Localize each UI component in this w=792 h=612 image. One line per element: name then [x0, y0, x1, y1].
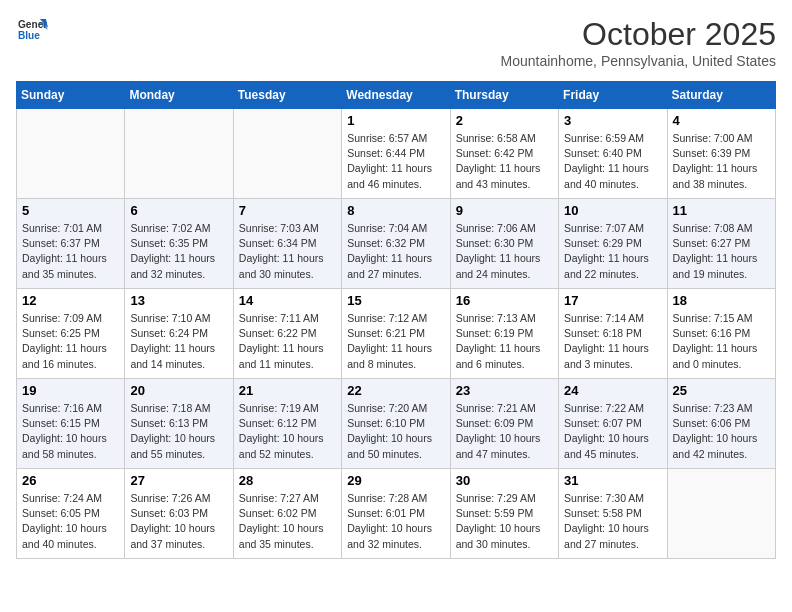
table-row: [125, 109, 233, 199]
day-number: 29: [347, 473, 444, 488]
day-info: Sunrise: 7:21 AM Sunset: 6:09 PM Dayligh…: [456, 401, 553, 462]
table-row: 16Sunrise: 7:13 AM Sunset: 6:19 PM Dayli…: [450, 289, 558, 379]
day-info: Sunrise: 6:59 AM Sunset: 6:40 PM Dayligh…: [564, 131, 661, 192]
table-row: 17Sunrise: 7:14 AM Sunset: 6:18 PM Dayli…: [559, 289, 667, 379]
col-friday: Friday: [559, 82, 667, 109]
day-number: 17: [564, 293, 661, 308]
day-info: Sunrise: 7:26 AM Sunset: 6:03 PM Dayligh…: [130, 491, 227, 552]
day-info: Sunrise: 7:27 AM Sunset: 6:02 PM Dayligh…: [239, 491, 336, 552]
svg-text:Blue: Blue: [18, 30, 40, 41]
table-row: 19Sunrise: 7:16 AM Sunset: 6:15 PM Dayli…: [17, 379, 125, 469]
day-info: Sunrise: 7:03 AM Sunset: 6:34 PM Dayligh…: [239, 221, 336, 282]
table-row: 22Sunrise: 7:20 AM Sunset: 6:10 PM Dayli…: [342, 379, 450, 469]
day-info: Sunrise: 7:24 AM Sunset: 6:05 PM Dayligh…: [22, 491, 119, 552]
day-info: Sunrise: 7:13 AM Sunset: 6:19 PM Dayligh…: [456, 311, 553, 372]
day-number: 19: [22, 383, 119, 398]
day-number: 13: [130, 293, 227, 308]
calendar-table: Sunday Monday Tuesday Wednesday Thursday…: [16, 81, 776, 559]
day-number: 9: [456, 203, 553, 218]
day-number: 20: [130, 383, 227, 398]
col-sunday: Sunday: [17, 82, 125, 109]
day-number: 12: [22, 293, 119, 308]
day-number: 11: [673, 203, 770, 218]
table-row: 31Sunrise: 7:30 AM Sunset: 5:58 PM Dayli…: [559, 469, 667, 559]
table-row: [233, 109, 341, 199]
day-info: Sunrise: 7:22 AM Sunset: 6:07 PM Dayligh…: [564, 401, 661, 462]
day-number: 15: [347, 293, 444, 308]
day-number: 25: [673, 383, 770, 398]
col-monday: Monday: [125, 82, 233, 109]
day-info: Sunrise: 7:28 AM Sunset: 6:01 PM Dayligh…: [347, 491, 444, 552]
day-number: 24: [564, 383, 661, 398]
day-info: Sunrise: 7:06 AM Sunset: 6:30 PM Dayligh…: [456, 221, 553, 282]
col-saturday: Saturday: [667, 82, 775, 109]
table-row: 21Sunrise: 7:19 AM Sunset: 6:12 PM Dayli…: [233, 379, 341, 469]
day-number: 26: [22, 473, 119, 488]
day-info: Sunrise: 6:58 AM Sunset: 6:42 PM Dayligh…: [456, 131, 553, 192]
calendar-week-row: 12Sunrise: 7:09 AM Sunset: 6:25 PM Dayli…: [17, 289, 776, 379]
table-row: 26Sunrise: 7:24 AM Sunset: 6:05 PM Dayli…: [17, 469, 125, 559]
day-info: Sunrise: 7:04 AM Sunset: 6:32 PM Dayligh…: [347, 221, 444, 282]
table-row: 1Sunrise: 6:57 AM Sunset: 6:44 PM Daylig…: [342, 109, 450, 199]
table-row: 25Sunrise: 7:23 AM Sunset: 6:06 PM Dayli…: [667, 379, 775, 469]
col-thursday: Thursday: [450, 82, 558, 109]
day-info: Sunrise: 7:11 AM Sunset: 6:22 PM Dayligh…: [239, 311, 336, 372]
day-info: Sunrise: 7:02 AM Sunset: 6:35 PM Dayligh…: [130, 221, 227, 282]
day-info: Sunrise: 7:15 AM Sunset: 6:16 PM Dayligh…: [673, 311, 770, 372]
table-row: 14Sunrise: 7:11 AM Sunset: 6:22 PM Dayli…: [233, 289, 341, 379]
day-number: 31: [564, 473, 661, 488]
table-row: [667, 469, 775, 559]
day-info: Sunrise: 7:09 AM Sunset: 6:25 PM Dayligh…: [22, 311, 119, 372]
table-row: 9Sunrise: 7:06 AM Sunset: 6:30 PM Daylig…: [450, 199, 558, 289]
table-row: [17, 109, 125, 199]
day-number: 3: [564, 113, 661, 128]
day-info: Sunrise: 7:12 AM Sunset: 6:21 PM Dayligh…: [347, 311, 444, 372]
table-row: 27Sunrise: 7:26 AM Sunset: 6:03 PM Dayli…: [125, 469, 233, 559]
table-row: 20Sunrise: 7:18 AM Sunset: 6:13 PM Dayli…: [125, 379, 233, 469]
day-info: Sunrise: 7:14 AM Sunset: 6:18 PM Dayligh…: [564, 311, 661, 372]
day-number: 10: [564, 203, 661, 218]
day-info: Sunrise: 6:57 AM Sunset: 6:44 PM Dayligh…: [347, 131, 444, 192]
col-tuesday: Tuesday: [233, 82, 341, 109]
day-number: 16: [456, 293, 553, 308]
table-row: 3Sunrise: 6:59 AM Sunset: 6:40 PM Daylig…: [559, 109, 667, 199]
table-row: 18Sunrise: 7:15 AM Sunset: 6:16 PM Dayli…: [667, 289, 775, 379]
table-row: 12Sunrise: 7:09 AM Sunset: 6:25 PM Dayli…: [17, 289, 125, 379]
day-number: 23: [456, 383, 553, 398]
table-row: 10Sunrise: 7:07 AM Sunset: 6:29 PM Dayli…: [559, 199, 667, 289]
title-block: October 2025 Mountainhome, Pennsylvania,…: [501, 16, 777, 69]
page-header: General Blue October 2025 Mountainhome, …: [16, 16, 776, 69]
col-wednesday: Wednesday: [342, 82, 450, 109]
calendar-week-row: 19Sunrise: 7:16 AM Sunset: 6:15 PM Dayli…: [17, 379, 776, 469]
calendar-header-row: Sunday Monday Tuesday Wednesday Thursday…: [17, 82, 776, 109]
day-info: Sunrise: 7:00 AM Sunset: 6:39 PM Dayligh…: [673, 131, 770, 192]
month-title: October 2025: [501, 16, 777, 53]
logo-icon: General Blue: [16, 16, 48, 44]
table-row: 11Sunrise: 7:08 AM Sunset: 6:27 PM Dayli…: [667, 199, 775, 289]
calendar-week-row: 26Sunrise: 7:24 AM Sunset: 6:05 PM Dayli…: [17, 469, 776, 559]
table-row: 5Sunrise: 7:01 AM Sunset: 6:37 PM Daylig…: [17, 199, 125, 289]
table-row: 2Sunrise: 6:58 AM Sunset: 6:42 PM Daylig…: [450, 109, 558, 199]
day-info: Sunrise: 7:23 AM Sunset: 6:06 PM Dayligh…: [673, 401, 770, 462]
table-row: 6Sunrise: 7:02 AM Sunset: 6:35 PM Daylig…: [125, 199, 233, 289]
day-number: 1: [347, 113, 444, 128]
logo: General Blue: [16, 16, 48, 44]
table-row: 15Sunrise: 7:12 AM Sunset: 6:21 PM Dayli…: [342, 289, 450, 379]
day-info: Sunrise: 7:08 AM Sunset: 6:27 PM Dayligh…: [673, 221, 770, 282]
day-info: Sunrise: 7:16 AM Sunset: 6:15 PM Dayligh…: [22, 401, 119, 462]
table-row: 23Sunrise: 7:21 AM Sunset: 6:09 PM Dayli…: [450, 379, 558, 469]
day-info: Sunrise: 7:29 AM Sunset: 5:59 PM Dayligh…: [456, 491, 553, 552]
table-row: 24Sunrise: 7:22 AM Sunset: 6:07 PM Dayli…: [559, 379, 667, 469]
day-number: 2: [456, 113, 553, 128]
day-info: Sunrise: 7:10 AM Sunset: 6:24 PM Dayligh…: [130, 311, 227, 372]
table-row: 8Sunrise: 7:04 AM Sunset: 6:32 PM Daylig…: [342, 199, 450, 289]
table-row: 7Sunrise: 7:03 AM Sunset: 6:34 PM Daylig…: [233, 199, 341, 289]
day-number: 14: [239, 293, 336, 308]
day-info: Sunrise: 7:30 AM Sunset: 5:58 PM Dayligh…: [564, 491, 661, 552]
day-number: 7: [239, 203, 336, 218]
day-number: 21: [239, 383, 336, 398]
day-number: 4: [673, 113, 770, 128]
calendar-week-row: 5Sunrise: 7:01 AM Sunset: 6:37 PM Daylig…: [17, 199, 776, 289]
table-row: 29Sunrise: 7:28 AM Sunset: 6:01 PM Dayli…: [342, 469, 450, 559]
day-number: 8: [347, 203, 444, 218]
